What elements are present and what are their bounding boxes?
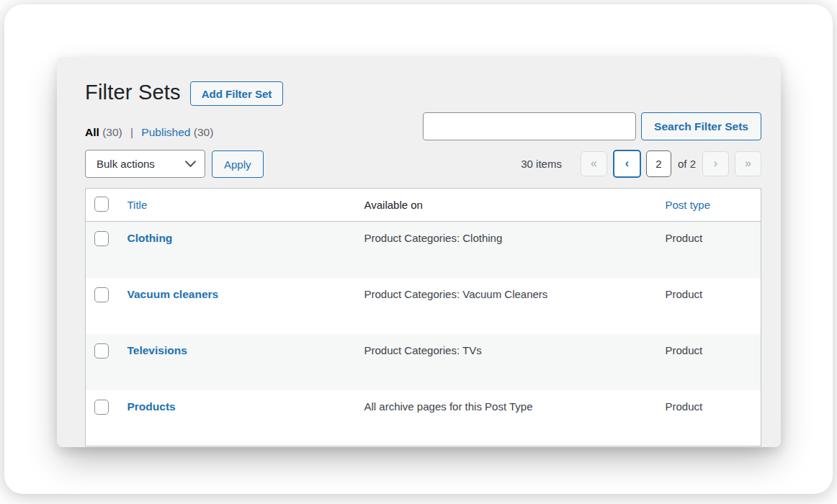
bulk-actions-group: Bulk actions Apply (85, 150, 264, 178)
search-form: Search Filter Sets (423, 112, 761, 140)
view-all-count: (30) (102, 126, 122, 138)
chevron-down-icon (185, 156, 197, 168)
post-type-cell: Product (656, 278, 761, 334)
search-filter-sets-button[interactable]: Search Filter Sets (641, 112, 761, 140)
view-published-link[interactable]: Published (141, 126, 190, 138)
row-checkbox[interactable] (94, 400, 109, 415)
view-published-count: (30) (194, 126, 214, 138)
filter-sets-table-container: Title Available on Post type Clothing Pr… (85, 188, 761, 446)
bulk-actions-selected-value: Bulk actions (97, 158, 155, 170)
filter-set-title-link[interactable]: Televisions (127, 344, 187, 356)
next-page-button: › (702, 151, 729, 176)
last-page-button: » (735, 151, 761, 176)
available-on-cell: Product Categories: TVs (355, 334, 656, 390)
previous-page-button[interactable]: ‹ (613, 150, 641, 178)
select-all-checkbox[interactable] (94, 197, 109, 212)
page-background: Filter Sets Add Filter Set All (30) | Pu… (4, 4, 833, 494)
row-checkbox[interactable] (94, 287, 109, 302)
post-type-cell: Product (656, 390, 761, 446)
view-all-link[interactable]: All (85, 126, 99, 138)
column-available-on: Available on (364, 199, 423, 211)
add-filter-set-button[interactable]: Add Filter Set (190, 81, 284, 106)
sort-by-post-type-link[interactable]: Post type (666, 199, 711, 211)
first-page-button: « (581, 151, 607, 176)
status-filter-links: All (30) | Published (30) (85, 126, 213, 139)
current-page-input[interactable]: 2 (646, 150, 671, 177)
available-on-cell: Product Categories: Clothing (355, 222, 656, 278)
filter-sets-admin-screen: Filter Sets Add Filter Set All (30) | Pu… (57, 57, 781, 447)
views-separator: | (130, 126, 133, 138)
post-type-cell: Product (656, 222, 761, 278)
table-header-row: Title Available on Post type (86, 189, 761, 222)
table-row: Televisions Product Categories: TVs Prod… (86, 334, 761, 390)
post-type-cell: Product (656, 334, 761, 390)
available-on-cell: Product Categories: Vacuum Cleaners (355, 278, 656, 334)
sort-by-title-link[interactable]: Title (127, 199, 148, 211)
table-row: Vacuum cleaners Product Categories: Vacu… (86, 278, 761, 334)
page-title: Filter Sets (85, 81, 181, 104)
filter-set-title-link[interactable]: Clothing (127, 232, 173, 244)
table-row: Products All archive pages for this Post… (86, 390, 761, 446)
search-input[interactable] (423, 112, 636, 140)
apply-button[interactable]: Apply (212, 150, 264, 178)
filter-set-title-link[interactable]: Vacuum cleaners (127, 288, 219, 300)
table-navigation: Bulk actions Apply 30 items « ‹ 2 of 2 ›… (85, 150, 761, 178)
row-checkbox[interactable] (94, 343, 109, 359)
available-on-cell: All archive pages for this Post Type (355, 390, 656, 446)
table-row: Clothing Product Categories: Clothing Pr… (86, 222, 761, 278)
filter-sets-table: Title Available on Post type Clothing Pr… (85, 188, 761, 446)
row-checkbox[interactable] (94, 231, 109, 246)
page-header: Filter Sets Add Filter Set (57, 57, 781, 106)
pagination: 30 items « ‹ 2 of 2 › » (521, 150, 761, 178)
filter-set-title-link[interactable]: Products (127, 400, 176, 413)
total-pages-label: of 2 (678, 158, 696, 170)
items-count: 30 items (521, 158, 562, 170)
bulk-actions-select[interactable]: Bulk actions (85, 150, 205, 178)
